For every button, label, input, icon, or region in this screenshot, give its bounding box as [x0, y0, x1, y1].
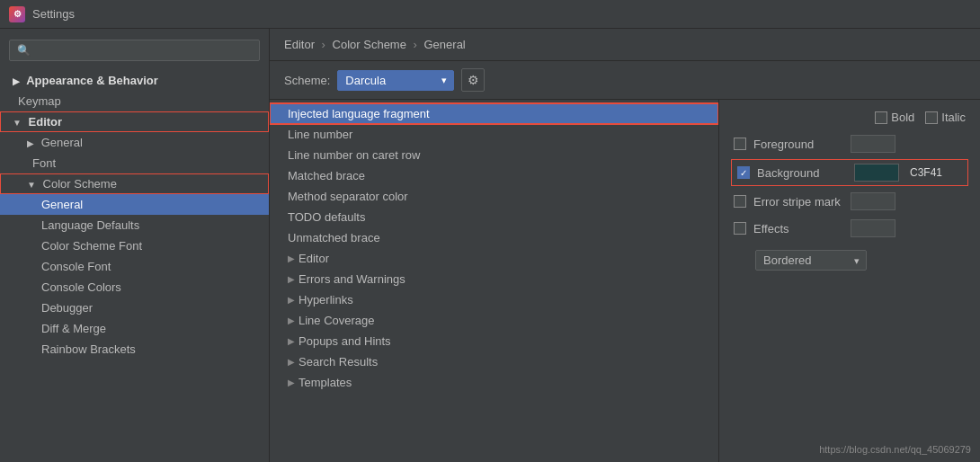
list-item-line-number[interactable]: Line number [270, 124, 718, 145]
sidebar-item-label: Color Scheme [43, 177, 117, 191]
list-item-search-results-group[interactable]: ▶ Search Results [270, 351, 718, 372]
sidebar-item-editor[interactable]: ▼ Editor [0, 111, 269, 132]
sidebar-item-color-scheme-font[interactable]: Color Scheme Font [0, 235, 269, 256]
sidebar-item-label: Language Defaults [41, 218, 139, 232]
background-checkbox[interactable] [737, 166, 750, 179]
list-item-label: Line number on caret row [288, 148, 420, 162]
sidebar-item-font[interactable]: Font [0, 153, 269, 173]
triangle-icon: ▶ [288, 378, 295, 387]
sidebar-item-general[interactable]: ▶ General [0, 132, 269, 153]
properties-panel: Bold Italic Foreground Background [719, 100, 980, 462]
list-item-label: Matched brace [288, 169, 365, 182]
list-item-hyperlinks-group[interactable]: ▶ Hyperlinks [270, 289, 718, 310]
list-item-injected[interactable]: Injected language fragment [270, 103, 718, 124]
triangle-icon: ▶ [13, 76, 20, 86]
error-stripe-row: Error stripe mark [734, 192, 966, 210]
sidebar-item-label: Keymap [18, 94, 61, 108]
sidebar-item-console-colors[interactable]: Console Colors [0, 277, 269, 298]
sidebar-item-color-scheme[interactable]: ▼ Color Scheme [0, 173, 269, 194]
sidebar-item-label: Console Colors [41, 280, 121, 294]
list-item-label: Editor [298, 252, 329, 265]
background-row: Background C3F41 [734, 162, 966, 183]
breadcrumb-color-scheme: Color Scheme [333, 38, 406, 51]
list-item-method-sep[interactable]: Method separator color [270, 186, 718, 207]
list-item-errors-group[interactable]: ▶ Errors and Warnings [270, 269, 718, 289]
breadcrumb: Editor › Color Scheme › General [270, 29, 980, 61]
list-item-todo[interactable]: TODO defaults [270, 207, 718, 227]
scheme-label: Scheme: [284, 74, 330, 87]
list-item-matched-brace[interactable]: Matched brace [270, 165, 718, 186]
list-item-editor-group[interactable]: ▶ Editor [270, 248, 718, 269]
triangle-icon: ▶ [288, 253, 295, 263]
list-item-label: Errors and Warnings [298, 272, 405, 286]
breadcrumb-editor: Editor [284, 38, 315, 51]
list-item-line-coverage-group[interactable]: ▶ Line Coverage [270, 310, 718, 331]
title-bar: ⚙ Settings [0, 0, 980, 29]
list-item-label: Line number [288, 128, 352, 141]
gear-button[interactable]: ⚙ [461, 68, 485, 92]
sidebar-item-label: General [41, 198, 83, 211]
list-item-label: Line Coverage [298, 314, 375, 327]
error-stripe-color-box[interactable] [851, 192, 895, 210]
sidebar-item-diff-merge[interactable]: Diff & Merge [0, 318, 269, 339]
triangle-icon: ▶ [288, 315, 295, 325]
list-item-label: Method separator color [288, 190, 408, 203]
list-item-label: Hyperlinks [298, 293, 353, 307]
breadcrumb-general: General [424, 38, 466, 51]
foreground-color-box[interactable] [851, 135, 895, 153]
sidebar-item-label: Rainbow Brackets [41, 342, 136, 356]
triangle-icon: ▶ [27, 138, 34, 148]
bold-italic-row: Bold Italic [734, 111, 966, 124]
effects-color-box[interactable] [851, 219, 895, 237]
sidebar-item-rainbow-brackets[interactable]: Rainbow Brackets [0, 339, 269, 360]
breadcrumb-sep-1: › [322, 38, 329, 51]
sidebar-item-label: Console Font [41, 260, 111, 273]
app-title: Settings [32, 7, 75, 21]
sidebar-item-label: Diff & Merge [41, 322, 106, 335]
breadcrumb-sep-2: › [414, 38, 421, 51]
triangle-icon: ▶ [288, 274, 295, 284]
error-stripe-label: Error stripe mark [753, 195, 843, 209]
effects-select[interactable]: Bordered Underline Bold underline Strike… [755, 250, 867, 271]
triangle-open-icon: ▼ [27, 180, 36, 190]
list-item-label: Injected language fragment [288, 107, 430, 120]
background-label: Background [757, 166, 847, 180]
background-color-box[interactable] [854, 164, 899, 182]
sidebar-item-keymap[interactable]: Keymap [0, 91, 269, 111]
triangle-icon: ▶ [288, 295, 295, 305]
error-stripe-checkbox[interactable] [734, 195, 746, 208]
bold-checkbox[interactable] [875, 111, 887, 124]
italic-checkbox[interactable] [925, 111, 938, 124]
sidebar: ▶ Appearance & Behavior Keymap ▼ Editor … [0, 29, 270, 462]
sidebar-item-debugger[interactable]: Debugger [0, 298, 269, 318]
sidebar-item-label: Color Scheme Font [41, 239, 142, 253]
sidebar-item-general-sub[interactable]: General [0, 194, 269, 215]
triangle-open-icon: ▼ [13, 118, 22, 128]
sidebar-item-console-font[interactable]: Console Font [0, 256, 269, 277]
list-item-popups-group[interactable]: ▶ Popups and Hints [270, 331, 718, 351]
italic-item: Italic [925, 111, 966, 124]
foreground-checkbox[interactable] [734, 138, 746, 150]
watermark: https://blog.csdn.net/qq_45069279 [819, 444, 971, 455]
background-value: C3F41 [910, 166, 942, 179]
sidebar-item-label: Debugger [41, 301, 93, 315]
sidebar-item-label: Editor [29, 115, 63, 129]
sidebar-item-language-defaults[interactable]: Language Defaults [0, 215, 269, 235]
content-area: Editor › Color Scheme › General Scheme: … [270, 29, 980, 462]
list-item-line-number-caret[interactable]: Line number on caret row [270, 145, 718, 165]
sidebar-item-label: General [41, 136, 83, 149]
list-item-templates-group[interactable]: ▶ Templates [270, 372, 718, 393]
sidebar-item-label: Appearance & Behavior [26, 74, 158, 87]
triangle-icon: ▶ [288, 357, 295, 367]
list-item-unmatched[interactable]: Unmatched brace [270, 227, 718, 248]
scheme-bar: Scheme: Darcula Default High contrast ⚙ [270, 61, 980, 100]
bold-item: Bold [875, 111, 914, 124]
effects-checkbox[interactable] [734, 222, 746, 235]
list-item-label: Unmatched brace [288, 231, 380, 244]
foreground-label: Foreground [753, 138, 843, 151]
sidebar-item-appearance[interactable]: ▶ Appearance & Behavior [0, 70, 269, 91]
list-item-label: TODO defaults [288, 210, 365, 224]
scheme-select[interactable]: Darcula Default High contrast [337, 70, 454, 91]
search-input[interactable] [9, 40, 260, 61]
sidebar-item-label: Font [32, 156, 56, 170]
